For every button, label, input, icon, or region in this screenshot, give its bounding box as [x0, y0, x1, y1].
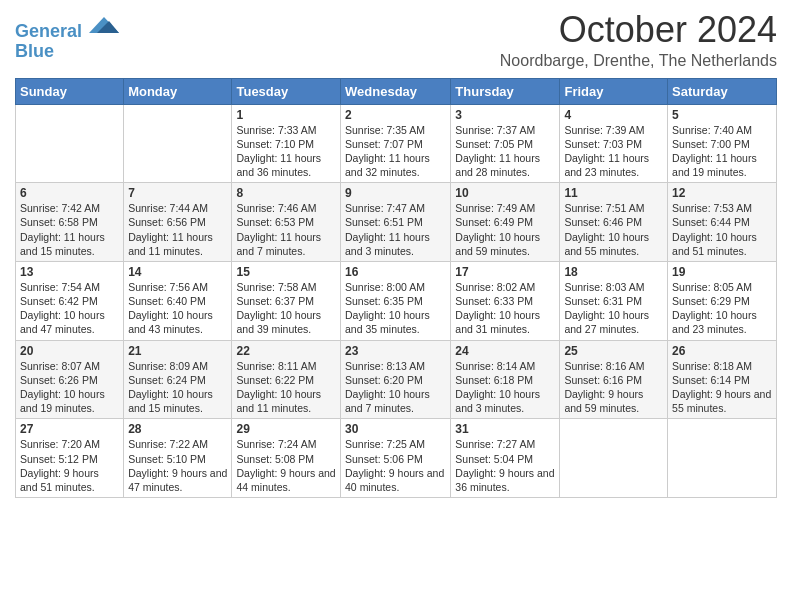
- calendar-cell: 2Sunrise: 7:35 AMSunset: 7:07 PMDaylight…: [341, 104, 451, 183]
- day-info: Sunrise: 8:00 AM: [345, 280, 446, 294]
- day-info: Sunset: 6:22 PM: [236, 373, 336, 387]
- day-info: Sunset: 6:31 PM: [564, 294, 663, 308]
- day-info: Daylight: 11 hours and 3 minutes.: [345, 230, 446, 258]
- weekday-header: Wednesday: [341, 78, 451, 104]
- logo-text: General Blue: [15, 15, 119, 62]
- day-number: 5: [672, 108, 772, 122]
- day-info: Sunset: 6:46 PM: [564, 215, 663, 229]
- day-info: Daylight: 10 hours and 15 minutes.: [128, 387, 227, 415]
- day-info: Daylight: 11 hours and 28 minutes.: [455, 151, 555, 179]
- day-info: Sunset: 7:00 PM: [672, 137, 772, 151]
- calendar-cell: 28Sunrise: 7:22 AMSunset: 5:10 PMDayligh…: [124, 419, 232, 498]
- day-info: Sunset: 6:33 PM: [455, 294, 555, 308]
- day-info: Sunset: 7:10 PM: [236, 137, 336, 151]
- day-info: Sunset: 6:14 PM: [672, 373, 772, 387]
- day-info: Sunset: 7:03 PM: [564, 137, 663, 151]
- calendar-cell: 14Sunrise: 7:56 AMSunset: 6:40 PMDayligh…: [124, 261, 232, 340]
- day-info: Sunrise: 7:42 AM: [20, 201, 119, 215]
- day-number: 14: [128, 265, 227, 279]
- day-info: Daylight: 10 hours and 43 minutes.: [128, 308, 227, 336]
- day-number: 19: [672, 265, 772, 279]
- day-info: Sunset: 5:10 PM: [128, 452, 227, 466]
- day-info: Sunrise: 7:58 AM: [236, 280, 336, 294]
- day-number: 21: [128, 344, 227, 358]
- day-number: 25: [564, 344, 663, 358]
- calendar-cell: 9Sunrise: 7:47 AMSunset: 6:51 PMDaylight…: [341, 183, 451, 262]
- day-number: 17: [455, 265, 555, 279]
- day-info: Daylight: 9 hours and 59 minutes.: [564, 387, 663, 415]
- weekday-header: Saturday: [668, 78, 777, 104]
- calendar-cell: [16, 104, 124, 183]
- page-header: General Blue October 2024 Noordbarge, Dr…: [15, 10, 777, 70]
- day-number: 15: [236, 265, 336, 279]
- day-info: Sunrise: 7:27 AM: [455, 437, 555, 451]
- day-info: Daylight: 11 hours and 23 minutes.: [564, 151, 663, 179]
- calendar-cell: [668, 419, 777, 498]
- calendar-cell: 26Sunrise: 8:18 AMSunset: 6:14 PMDayligh…: [668, 340, 777, 419]
- day-number: 16: [345, 265, 446, 279]
- day-number: 20: [20, 344, 119, 358]
- calendar-cell: 23Sunrise: 8:13 AMSunset: 6:20 PMDayligh…: [341, 340, 451, 419]
- calendar-cell: 5Sunrise: 7:40 AMSunset: 7:00 PMDaylight…: [668, 104, 777, 183]
- day-info: Daylight: 10 hours and 11 minutes.: [236, 387, 336, 415]
- weekday-header: Thursday: [451, 78, 560, 104]
- day-info: Daylight: 11 hours and 11 minutes.: [128, 230, 227, 258]
- day-info: Sunrise: 7:20 AM: [20, 437, 119, 451]
- day-info: Sunset: 6:40 PM: [128, 294, 227, 308]
- calendar-cell: [124, 104, 232, 183]
- day-info: Sunrise: 8:16 AM: [564, 359, 663, 373]
- day-info: Sunrise: 7:33 AM: [236, 123, 336, 137]
- logo-line2: Blue: [15, 41, 54, 61]
- day-info: Sunset: 5:06 PM: [345, 452, 446, 466]
- weekday-header: Tuesday: [232, 78, 341, 104]
- day-info: Sunset: 6:49 PM: [455, 215, 555, 229]
- calendar-cell: 4Sunrise: 7:39 AMSunset: 7:03 PMDaylight…: [560, 104, 668, 183]
- day-info: Sunset: 5:04 PM: [455, 452, 555, 466]
- calendar-week-row: 20Sunrise: 8:07 AMSunset: 6:26 PMDayligh…: [16, 340, 777, 419]
- day-number: 22: [236, 344, 336, 358]
- day-info: Daylight: 10 hours and 59 minutes.: [455, 230, 555, 258]
- calendar-cell: 10Sunrise: 7:49 AMSunset: 6:49 PMDayligh…: [451, 183, 560, 262]
- day-info: Sunset: 6:42 PM: [20, 294, 119, 308]
- day-info: Daylight: 9 hours and 47 minutes.: [128, 466, 227, 494]
- day-info: Sunrise: 8:14 AM: [455, 359, 555, 373]
- day-info: Sunrise: 7:39 AM: [564, 123, 663, 137]
- day-info: Sunset: 6:37 PM: [236, 294, 336, 308]
- day-info: Sunset: 6:51 PM: [345, 215, 446, 229]
- day-info: Sunset: 5:08 PM: [236, 452, 336, 466]
- calendar-cell: 24Sunrise: 8:14 AMSunset: 6:18 PMDayligh…: [451, 340, 560, 419]
- calendar-cell: 13Sunrise: 7:54 AMSunset: 6:42 PMDayligh…: [16, 261, 124, 340]
- day-info: Sunrise: 7:51 AM: [564, 201, 663, 215]
- day-info: Sunrise: 7:54 AM: [20, 280, 119, 294]
- day-info: Daylight: 10 hours and 7 minutes.: [345, 387, 446, 415]
- title-area: October 2024 Noordbarge, Drenthe, The Ne…: [500, 10, 777, 70]
- day-info: Daylight: 10 hours and 23 minutes.: [672, 308, 772, 336]
- calendar-cell: 19Sunrise: 8:05 AMSunset: 6:29 PMDayligh…: [668, 261, 777, 340]
- calendar-page: General Blue October 2024 Noordbarge, Dr…: [0, 0, 792, 513]
- day-info: Sunrise: 7:56 AM: [128, 280, 227, 294]
- day-number: 26: [672, 344, 772, 358]
- day-info: Daylight: 10 hours and 47 minutes.: [20, 308, 119, 336]
- day-info: Daylight: 11 hours and 7 minutes.: [236, 230, 336, 258]
- calendar-week-row: 13Sunrise: 7:54 AMSunset: 6:42 PMDayligh…: [16, 261, 777, 340]
- weekday-header: Sunday: [16, 78, 124, 104]
- day-number: 3: [455, 108, 555, 122]
- day-info: Daylight: 10 hours and 3 minutes.: [455, 387, 555, 415]
- day-number: 29: [236, 422, 336, 436]
- day-number: 30: [345, 422, 446, 436]
- month-title: October 2024: [500, 10, 777, 50]
- day-info: Sunrise: 8:03 AM: [564, 280, 663, 294]
- calendar-week-row: 6Sunrise: 7:42 AMSunset: 6:58 PMDaylight…: [16, 183, 777, 262]
- day-info: Sunrise: 8:07 AM: [20, 359, 119, 373]
- calendar-cell: 1Sunrise: 7:33 AMSunset: 7:10 PMDaylight…: [232, 104, 341, 183]
- day-info: Daylight: 11 hours and 15 minutes.: [20, 230, 119, 258]
- day-number: 12: [672, 186, 772, 200]
- calendar-cell: 11Sunrise: 7:51 AMSunset: 6:46 PMDayligh…: [560, 183, 668, 262]
- day-info: Sunset: 7:05 PM: [455, 137, 555, 151]
- day-info: Sunset: 6:18 PM: [455, 373, 555, 387]
- day-number: 28: [128, 422, 227, 436]
- weekday-header: Monday: [124, 78, 232, 104]
- day-info: Sunrise: 7:40 AM: [672, 123, 772, 137]
- day-number: 27: [20, 422, 119, 436]
- calendar-cell: 29Sunrise: 7:24 AMSunset: 5:08 PMDayligh…: [232, 419, 341, 498]
